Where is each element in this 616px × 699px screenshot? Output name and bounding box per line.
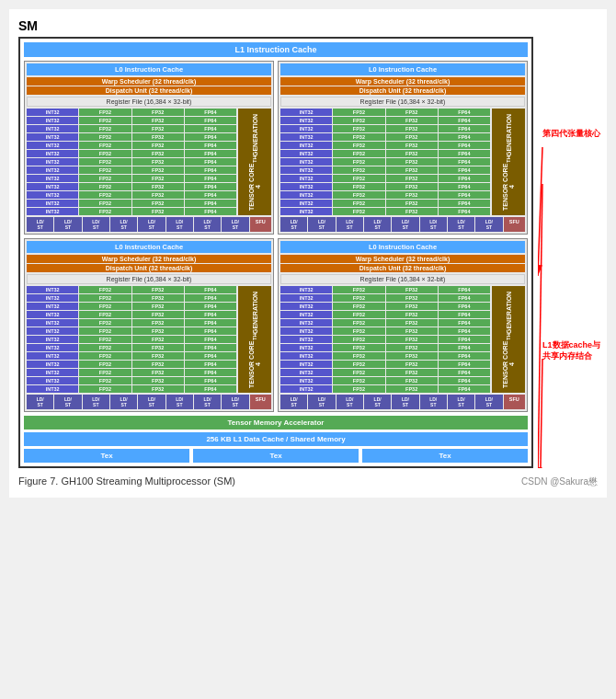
ld-st: LD/ST <box>110 395 137 409</box>
fp64-cell: FP64 <box>185 361 236 368</box>
int32-cell: INT32 <box>280 327 332 335</box>
reg-row: INT32 FP32 FP32 FP64 <box>27 183 236 190</box>
fp64-cell: FP64 <box>439 150 490 157</box>
reg-row: INT32 FP32 FP32 FP64 <box>280 385 490 393</box>
reg-row: INT32 FP32 FP32 FP64 <box>280 208 490 215</box>
ld-st: LD/ST <box>448 395 474 409</box>
fp32-cell: FP32 <box>132 166 184 174</box>
fp64-cell: FP64 <box>185 133 236 141</box>
reg-rows-tr: INT32 FP32 FP32 FP64 INT32 FP32 FP32 FP6… <box>280 109 490 215</box>
sfu: SFU <box>250 217 271 232</box>
sfu: SFU <box>504 395 525 409</box>
fp32-cell: FP32 <box>333 377 384 384</box>
dispatch-unit-bl: Dispatch Unit (32 thread/clk) <box>27 264 271 272</box>
annotation-l1-cache: L1数据cache与共享内存结合 <box>542 340 600 361</box>
int32-cell: INT32 <box>27 142 78 149</box>
reg-row: INT32 FP32 FP32 FP64 <box>280 352 490 360</box>
fp64-cell: FP64 <box>185 200 236 207</box>
sm-title: SM <box>18 18 598 33</box>
fp32-cell: FP32 <box>79 319 131 327</box>
reg-rows-bl: INT32 FP32 FP32 FP64 INT32 FP32 FP32 FP6… <box>27 286 236 393</box>
fp32-cell: FP32 <box>132 117 184 124</box>
arrows-svg <box>538 37 616 468</box>
fp64-cell: FP64 <box>185 352 236 360</box>
fp64-cell: FP64 <box>439 183 490 190</box>
fp32-cell: FP32 <box>79 175 131 182</box>
reg-row: INT32 FP32 FP32 FP64 <box>27 294 236 302</box>
reg-row: INT32 FP32 FP32 FP64 <box>280 319 490 327</box>
register-file-br: Register File (16,384 × 32-bit) <box>280 274 525 284</box>
fp64-cell: FP64 <box>439 369 490 376</box>
int32-cell: INT32 <box>27 327 78 335</box>
reg-row: INT32 FP32 FP32 FP64 <box>280 200 490 207</box>
fp64-cell: FP64 <box>439 352 490 360</box>
fp32-cell: FP32 <box>333 303 384 310</box>
int32-cell: INT32 <box>280 208 332 215</box>
fp32-cell: FP32 <box>79 158 131 166</box>
fp32-cell: FP32 <box>79 117 131 124</box>
fp32-cell: FP32 <box>132 344 184 351</box>
fp32-cell: FP32 <box>333 208 384 215</box>
ld-st: LD/ST <box>364 395 391 409</box>
sfu-row-bl: LD/ST LD/ST LD/ST LD/ST LD/ST LD/ST LD/S… <box>27 395 271 409</box>
fp64-cell: FP64 <box>185 303 236 310</box>
reg-row: INT32 FP32 FP32 FP64 <box>280 183 490 190</box>
int32-cell: INT32 <box>27 344 78 351</box>
int32-cell: INT32 <box>280 142 332 149</box>
fp64-cell: FP64 <box>439 385 490 393</box>
tensor-core-label-tr: TENSOR CORE4TH GENERATION <box>492 109 525 215</box>
fp64-cell: FP64 <box>185 142 236 149</box>
tensor-core-label-tl: TENSOR CORE4TH GENERATION <box>238 109 271 215</box>
ld-st: LD/ST <box>308 217 335 232</box>
fp32-cell: FP32 <box>333 369 384 376</box>
reg-row: INT32 FP32 FP32 FP64 <box>280 125 490 132</box>
l0-cache-bl: L0 Instruction Cache <box>27 241 271 253</box>
csdn-label: CSDN @Sakura懋 <box>521 476 598 488</box>
ld-st: LD/ST <box>222 395 248 409</box>
fp32-cell: FP32 <box>132 327 184 335</box>
reg-row: INT32 FP32 FP32 FP64 <box>27 117 236 124</box>
int32-cell: INT32 <box>280 286 332 293</box>
reg-row: INT32 FP32 FP32 FP64 <box>280 117 490 124</box>
fp32-cell: FP32 <box>132 158 184 166</box>
int32-cell: INT32 <box>27 286 78 293</box>
fp64-cell: FP64 <box>439 377 490 384</box>
fp64-cell: FP64 <box>439 294 490 302</box>
reg-row: INT32 FP32 FP32 FP64 <box>27 125 236 132</box>
int32-cell: INT32 <box>280 109 332 116</box>
fp64-cell: FP64 <box>439 125 490 132</box>
int32-cell: INT32 <box>280 158 332 166</box>
fp32-cell: FP32 <box>333 158 384 166</box>
fp32-cell: FP32 <box>386 191 438 199</box>
sm-outer-wrapper: L1 Instruction Cache L0 Instruction Cach… <box>18 37 533 468</box>
int32-cell: INT32 <box>27 125 78 132</box>
quadrant-grid: L0 Instruction Cache Warp Scheduler (32 … <box>24 61 528 412</box>
fp64-cell: FP64 <box>439 166 490 174</box>
fp32-cell: FP32 <box>79 150 131 157</box>
int32-cell: INT32 <box>280 191 332 199</box>
fp32-cell: FP32 <box>386 125 438 132</box>
fp32-cell: FP32 <box>132 183 184 190</box>
reg-row: INT32 FP32 FP32 FP64 <box>27 150 236 157</box>
ld-st: LD/ST <box>392 395 418 409</box>
sm-diagram: L1 Instruction Cache L0 Instruction Cach… <box>18 37 533 468</box>
reg-row: INT32 FP32 FP32 FP64 <box>280 336 490 343</box>
fp32-cell: FP32 <box>386 166 438 174</box>
int32-cell: INT32 <box>280 361 332 368</box>
annotation-tensor-core: 第四代张量核心 <box>542 129 600 140</box>
fp64-cell: FP64 <box>439 361 490 368</box>
fp32-cell: FP32 <box>386 175 438 182</box>
fp32-cell: FP32 <box>333 150 384 157</box>
int32-cell: INT32 <box>27 133 78 141</box>
fp32-cell: FP32 <box>132 303 184 310</box>
reg-row: INT32 FP32 FP32 FP64 <box>27 352 236 360</box>
fp32-cell: FP32 <box>79 142 131 149</box>
fp64-cell: FP64 <box>185 327 236 335</box>
tensor-box-tl: INT32 FP32 FP32 FP64 INT32 FP32 FP32 FP6… <box>27 109 271 215</box>
fp32-cell: FP32 <box>132 200 184 207</box>
reg-row: INT32 FP32 FP32 FP64 <box>280 133 490 141</box>
fp32-cell: FP32 <box>386 385 438 393</box>
fp32-cell: FP32 <box>132 191 184 199</box>
quadrant-bottom-right: L0 Instruction Cache Warp Scheduler (32 … <box>278 238 528 412</box>
figure-label: Figure 7. GH100 Streaming Multiprocessor… <box>18 476 235 488</box>
